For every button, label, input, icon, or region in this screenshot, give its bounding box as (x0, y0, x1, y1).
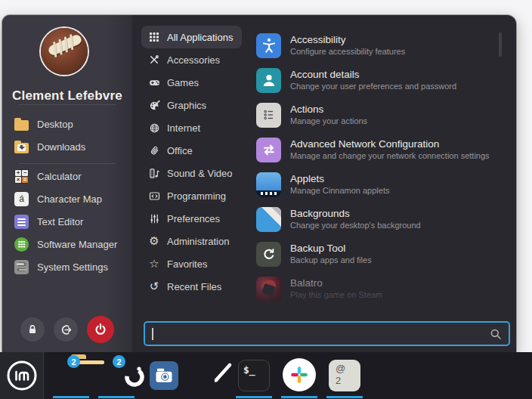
lock-button[interactable] (20, 317, 45, 342)
menu-button[interactable] (0, 352, 44, 399)
app-row-backgrounds[interactable]: Backgrounds Change your desktop's backgr… (256, 202, 503, 237)
notification-badge: 2 (67, 355, 80, 368)
running-indicator (326, 396, 363, 398)
gear-icon: ⚙ (148, 235, 160, 247)
applets-icon (256, 172, 281, 197)
search-input[interactable] (144, 321, 510, 346)
category-programming[interactable]: Programming (141, 184, 235, 207)
category-accessories[interactable]: Accessories (141, 48, 229, 71)
category-label: Favorites (167, 258, 207, 270)
sidebar-item-label: Text Editor (37, 216, 83, 227)
category-internet[interactable]: Internet (141, 116, 209, 139)
text-editor-icon (14, 215, 29, 229)
sidebar-item-label: Downloads (37, 141, 85, 153)
app-title: Backup Tool (290, 243, 372, 254)
actions-list-icon (256, 103, 281, 128)
taskbar-item-drawing[interactable] (190, 352, 227, 399)
palette-icon (148, 99, 160, 111)
taskbar-item-terminal[interactable]: $_ (236, 352, 272, 399)
sidebar-item-label: Software Manager (37, 239, 117, 250)
taskbar-item-firefox[interactable]: 2 (98, 352, 135, 399)
sliders-icon (148, 212, 160, 224)
globe-icon (148, 122, 160, 134)
running-indicator (236, 396, 272, 398)
apps-scrollbar[interactable] (499, 32, 502, 57)
running-indicator (98, 396, 135, 398)
power-icon (94, 323, 107, 336)
star-icon: ☆ (148, 258, 160, 270)
sidebar-item-desktop[interactable]: Desktop (8, 113, 134, 135)
category-preferences[interactable]: Preferences (141, 207, 229, 230)
desktop: Clement Lefebvre Desktop Downloads Calcu… (0, 0, 532, 399)
category-label: Internet (167, 122, 200, 134)
sidebar-item-software-manager[interactable]: Software Manager (8, 234, 134, 255)
sidebar-separator (19, 163, 116, 164)
category-label: Administration (167, 236, 229, 247)
count-glyph: 2 (336, 375, 360, 387)
terminal-prompt-glyph: $_ (243, 364, 255, 376)
category-office[interactable]: Office (141, 139, 202, 162)
app-row-actions[interactable]: Actions Manage your actions (256, 97, 503, 132)
app-row-applets[interactable]: Applets Manage Cinnamon applets (256, 167, 503, 202)
category-games[interactable]: Games (141, 71, 208, 94)
sidebar-item-label: System Settings (37, 261, 108, 273)
category-administration[interactable]: ⚙ Administration (141, 230, 238, 252)
app-row-balatro[interactable]: Balatro Play this game on Steam (256, 271, 503, 306)
app-title: Advanced Network Configuration (290, 138, 490, 150)
app-title: Account details (290, 69, 456, 80)
film-note-icon (148, 167, 160, 179)
taskbar-item-screenshot[interactable] (146, 352, 182, 399)
app-row-backup-tool[interactable]: Backup Tool Backup apps and files (256, 237, 503, 271)
running-indicator (281, 396, 317, 398)
software-manager-icon (14, 237, 29, 252)
category-label: Programming (167, 190, 226, 202)
logout-button[interactable] (54, 317, 78, 342)
sidebar-item-calculator[interactable]: Calculator (8, 165, 134, 187)
app-title: Backgrounds (290, 208, 421, 219)
at-glyph: @ (336, 363, 360, 375)
category-graphics[interactable]: Graphics (141, 94, 215, 116)
category-recent-files[interactable]: ↺ Recent Files (141, 275, 230, 298)
avatar[interactable] (41, 28, 88, 75)
category-favorites[interactable]: ☆ Favorites (141, 252, 216, 275)
tools-icon (148, 54, 160, 66)
football-lace-decoration (47, 33, 82, 57)
taskbar-item-character-app[interactable]: @ 2 (326, 352, 363, 399)
network-arrows-icon (256, 138, 281, 162)
sidebar-item-system-settings[interactable]: System Settings (8, 256, 134, 277)
app-row-accessibility[interactable]: Accessibility Configure accessibility fe… (256, 28, 503, 63)
category-all-applications[interactable]: All Applications (141, 26, 242, 48)
app-row-account-details[interactable]: Account details Change your user prefere… (256, 63, 503, 97)
sidebar-item-character-map[interactable]: á Character Map (8, 188, 134, 209)
app-subtitle: Manage and change your network connectio… (290, 151, 490, 161)
taskbar-item-slack[interactable] (281, 352, 317, 399)
app-subtitle: Change your desktop's background (290, 221, 421, 230)
app-subtitle: Play this game on Steam (290, 290, 382, 300)
taskbar: 2 2 (0, 352, 532, 399)
sidebar-item-downloads[interactable]: Downloads (8, 136, 134, 157)
category-label: Office (167, 145, 193, 156)
category-label: Graphics (167, 100, 206, 111)
logout-icon (60, 323, 73, 336)
taskbar-item-files[interactable]: 2 (53, 352, 89, 399)
category-sound-video[interactable]: Sound & Video (141, 162, 242, 184)
sidebar-item-text-editor[interactable]: Text Editor (8, 211, 134, 232)
camera-icon (150, 361, 178, 390)
category-label: All Applications (167, 32, 233, 43)
app-row-advanced-network-configuration[interactable]: Advanced Network Configuration Manage an… (256, 132, 503, 167)
running-indicator (53, 396, 89, 398)
category-label: Games (167, 77, 199, 88)
category-label: Preferences (167, 213, 220, 224)
slack-icon (283, 358, 316, 391)
app-subtitle: Manage Cinnamon applets (290, 186, 389, 196)
user-account-icon (256, 68, 281, 93)
category-label: Sound & Video (167, 168, 233, 179)
sidebar-item-label: Calculator (37, 171, 82, 182)
notification-badge: 2 (113, 355, 125, 368)
search-icon (490, 328, 502, 340)
gamepad-icon (148, 76, 160, 88)
at-icon: @ 2 (329, 360, 360, 391)
system-settings-icon (14, 260, 29, 274)
power-button[interactable] (87, 316, 114, 343)
app-title: Applets (290, 173, 389, 184)
